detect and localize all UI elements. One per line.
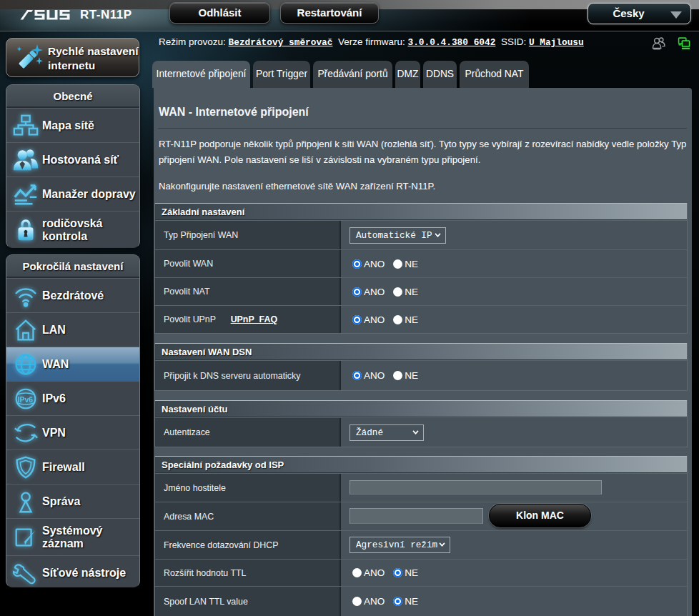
svg-text:IPv6: IPv6: [18, 395, 34, 403]
